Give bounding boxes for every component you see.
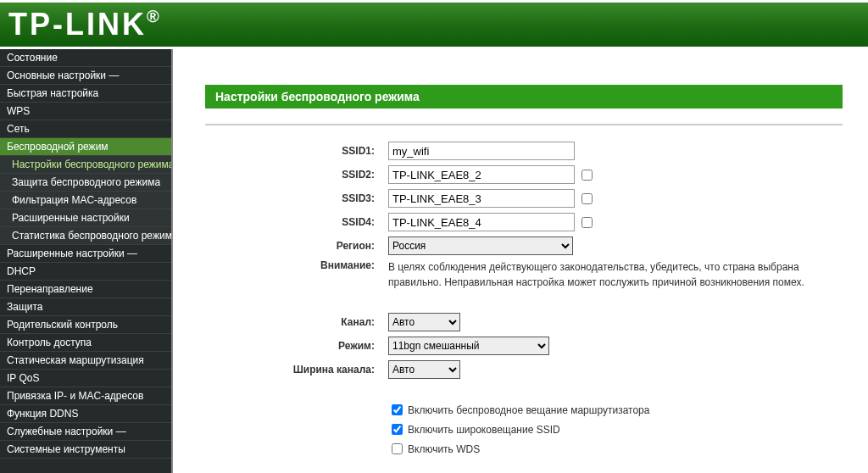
region-select[interactable]: Россия [388,236,573,255]
divider [205,124,843,125]
sidebar-subitem[interactable]: Статистика беспроводного режима [0,227,171,245]
attention-text: В целях соблюдения действующего законода… [388,259,829,290]
region-label: Регион: [205,240,388,252]
ssid1-label: SSID1: [205,145,388,157]
sidebar-item[interactable]: Функция DDNS [0,405,171,423]
sidebar-item[interactable]: Состояние [0,49,171,67]
wds-label: Включить WDS [408,443,480,455]
ssid2-label: SSID2: [205,169,388,181]
sidebar-item[interactable]: Сеть [0,120,171,138]
mode-label: Режим: [205,340,388,352]
ssid-broadcast-label: Включить широковещание SSID [408,424,560,436]
radio-on-label: Включить беспроводное вещание маршрутиза… [408,404,649,416]
sidebar-item[interactable]: Родительский контроль [0,316,171,334]
ssid3-input[interactable] [388,189,575,208]
channel-select[interactable]: Авто [388,313,460,331]
main-content: Настройки беспроводного режима SSID1: SS… [180,49,868,473]
mode-select[interactable]: 11bgn смешанный [388,337,549,355]
sidebar-item[interactable]: Системные инструменты [0,441,171,459]
sidebar-item[interactable]: Контроль доступа [0,334,171,352]
sidebar-item[interactable]: Основные настройки — [0,67,171,85]
sidebar-item[interactable]: DHCP [0,263,171,281]
ssid4-input[interactable] [388,213,575,231]
sidebar-item[interactable]: Защита [0,298,171,316]
ssid4-checkbox[interactable] [581,217,593,228]
sidebar-item[interactable]: Расширенные настройки — [0,245,171,263]
sidebar-item[interactable]: Привязка IP- и MAC-адресов [0,387,171,405]
chwidth-label: Ширина канала: [205,364,388,376]
sidebar: СостояниеОсновные настройки —Быстрая нас… [0,49,173,473]
sidebar-item[interactable]: Быстрая настройка [0,85,171,103]
ssid-broadcast-checkbox[interactable] [392,424,403,435]
ssid2-checkbox[interactable] [581,170,593,181]
sidebar-subitem[interactable]: Фильтрация MAC-адресов [0,192,171,209]
sidebar-subitem[interactable]: Настройки беспроводного режима [0,156,171,174]
sidebar-item[interactable]: WPS [0,103,171,120]
ssid3-checkbox[interactable] [581,193,593,204]
sidebar-item[interactable]: Перенаправление [0,281,171,298]
ssid4-label: SSID4: [205,216,388,228]
sidebar-item[interactable]: Статическая маршрутизация [0,352,171,370]
page-title: Настройки беспроводного режима [205,85,843,109]
brand-logo: TP-LINK [8,7,147,42]
channel-label: Канал: [205,316,388,328]
sidebar-item[interactable]: IP QoS [0,370,171,387]
ssid2-input[interactable] [388,165,575,184]
attention-label: Внимание: [205,259,388,271]
ssid3-label: SSID3: [205,192,388,204]
wds-checkbox[interactable] [392,443,403,454]
sidebar-subitem[interactable]: Защита беспроводного режима [0,174,171,192]
sidebar-item[interactable]: Служебные настройки — [0,423,171,441]
brand-banner: TP-LINK® [0,3,868,49]
sidebar-subitem[interactable]: Расширенные настройки [0,209,171,227]
ssid1-input[interactable] [388,142,575,160]
chwidth-select[interactable]: Авто [388,360,460,379]
sidebar-item[interactable]: Беспроводной режим [0,138,171,156]
radio-on-checkbox[interactable] [392,404,403,415]
